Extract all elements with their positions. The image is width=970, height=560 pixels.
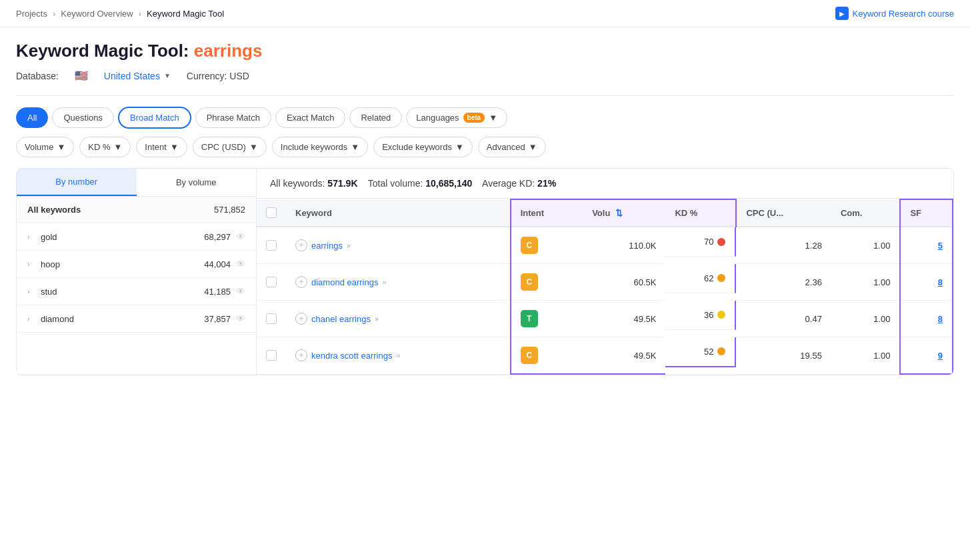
tab-exact-match[interactable]: Exact Match [275,107,346,128]
sidebar-keyword-diamond[interactable]: diamond [41,314,185,324]
row-checkbox[interactable] [266,240,277,251]
add-keyword-icon[interactable]: + [295,276,307,288]
table-row: + diamond earrings » C 60.5K 62 2.36 1.0… [257,264,953,301]
intent-badge: C [521,273,538,291]
sf-cell[interactable]: 5 [900,227,953,264]
keyword-cell: + kendra scott earrings » [286,337,511,375]
cpc-cell: 1.28 [736,227,831,264]
volume-chevron-icon: ▼ [57,142,65,152]
sf-cell[interactable]: 9 [900,337,953,375]
expand-icon[interactable]: › [27,260,35,268]
course-link[interactable]: ▶ Keyword Research course [835,7,954,20]
row-checkbox[interactable] [266,313,277,324]
top-bar: Projects › Keyword Overview › Keyword Ma… [0,0,970,27]
tab-questions[interactable]: Questions [52,107,114,128]
volume-cell: 49.5K [583,301,665,337]
main-table: All keywords: 571.9K Total volume: 10,68… [257,169,953,375]
kd-value: 62 [704,273,713,283]
row-checkbox[interactable] [266,350,277,361]
sf-col-header: SF [900,199,953,227]
keyword-arrows-icon[interactable]: » [396,351,400,359]
divider [16,95,954,96]
list-item: › stud 41,185 👁 [17,278,256,305]
keyword-text: earrings [311,241,343,251]
add-keyword-icon[interactable]: + [295,239,307,251]
include-keywords-filter[interactable]: Include keywords ▼ [272,137,368,157]
sf-cell[interactable]: 8 [900,264,953,301]
checkbox-header [257,199,286,227]
eye-icon[interactable]: 👁 [236,231,245,242]
include-chevron-icon: ▼ [351,142,359,152]
kd-cell: 62 [665,264,736,293]
keyword-arrows-icon[interactable]: » [382,278,386,286]
keyword-link[interactable]: + kendra scott earrings » [295,349,501,361]
tab-phrase-match[interactable]: Phrase Match [195,107,271,128]
row-checkbox[interactable] [266,277,277,287]
cpc-cell: 0.47 [736,301,831,337]
table-body: + earrings » C 110.0K 70 1.28 1.00 5 [257,227,953,374]
kd-filter-label: KD % [88,142,110,152]
sidebar-keyword-stud[interactable]: stud [41,287,185,297]
main-content: Keyword Magic Tool: earrings Database: 🇺… [0,27,970,560]
breadcrumb-projects[interactable]: Projects [16,9,47,19]
advanced-filter[interactable]: Advanced ▼ [478,137,546,157]
expand-icon[interactable]: › [27,233,35,241]
exclude-chevron-icon: ▼ [455,142,464,152]
expand-icon[interactable]: › [27,315,35,323]
sf-cell[interactable]: 8 [900,301,953,337]
sidebar-keyword-gold[interactable]: gold [41,232,185,242]
stats-total-volume-label: Total volume: [368,178,423,189]
languages-button[interactable]: Languages beta ▼ [406,107,507,128]
tab-broad-match[interactable]: Broad Match [118,107,191,129]
table-row: + chanel earrings » T 49.5K 36 0.47 1.00… [257,301,953,337]
volume-col-header[interactable]: Volu ⇅ [583,199,665,227]
add-keyword-icon[interactable]: + [295,313,307,325]
sidebar-keyword-hoop[interactable]: hoop [41,259,185,269]
volume-cell: 110.0K [583,227,665,264]
keyword-arrows-icon[interactable]: » [347,241,351,249]
database-selector[interactable]: United States ▼ [104,71,171,81]
cpc-col-header: CPC (U... [736,199,831,227]
keyword-link[interactable]: + earrings » [295,239,501,251]
row-checkbox-cell [257,264,286,301]
eye-icon[interactable]: 👁 [236,313,245,324]
exclude-keywords-filter[interactable]: Exclude keywords ▼ [373,137,473,157]
keyword-arrows-icon[interactable]: » [375,315,379,323]
tab-related[interactable]: Related [349,107,402,128]
by-volume-button[interactable]: By volume [137,169,257,195]
select-all-checkbox[interactable] [266,207,277,218]
breadcrumb-overview[interactable]: Keyword Overview [61,9,133,19]
kd-dot-icon [717,347,725,355]
volume-filter[interactable]: Volume ▼ [16,137,74,157]
keyword-link[interactable]: + diamond earrings » [295,276,501,288]
com-col-header: Com. [831,199,901,227]
row-checkbox-cell [257,337,286,375]
by-number-button[interactable]: By number [17,169,137,196]
row-checkbox-cell [257,227,286,264]
breadcrumb-current: Keyword Magic Tool [147,9,224,19]
table-row: + earrings » C 110.0K 70 1.28 1.00 5 [257,227,953,264]
add-keyword-icon[interactable]: + [295,349,307,361]
database-row: Database: 🇺🇸 United States ▼ Currency: U… [16,69,954,82]
sidebar-list: All keywords 571,852 › gold 68,297 👁 › h… [17,197,256,333]
intent-cell: T [511,301,583,337]
keyword-link[interactable]: + chanel earrings » [295,313,501,325]
database-chevron-icon: ▼ [164,72,171,79]
kd-cell: 52 [665,337,736,367]
eye-icon[interactable]: 👁 [236,259,245,269]
breadcrumb-chevron-1: › [53,9,55,19]
eye-icon[interactable]: 👁 [236,286,245,297]
breadcrumb-chevron-2: › [139,9,141,19]
keyword-text: diamond earrings [311,277,378,287]
table-header-row: Keyword Intent Volu ⇅ KD % [257,199,953,227]
sidebar-count-hoop: 44,004 [191,259,231,269]
cpc-cell: 2.36 [736,264,831,301]
kd-value: 70 [704,237,713,247]
filter-tabs: All Questions Broad Match Phrase Match E… [16,107,954,129]
tab-all[interactable]: All [16,107,48,128]
intent-badge: T [521,310,538,327]
kd-filter[interactable]: KD % ▼ [79,137,131,157]
intent-filter[interactable]: Intent ▼ [136,137,187,157]
expand-icon[interactable]: › [27,287,35,295]
cpc-filter[interactable]: CPC (USD) ▼ [193,137,267,157]
